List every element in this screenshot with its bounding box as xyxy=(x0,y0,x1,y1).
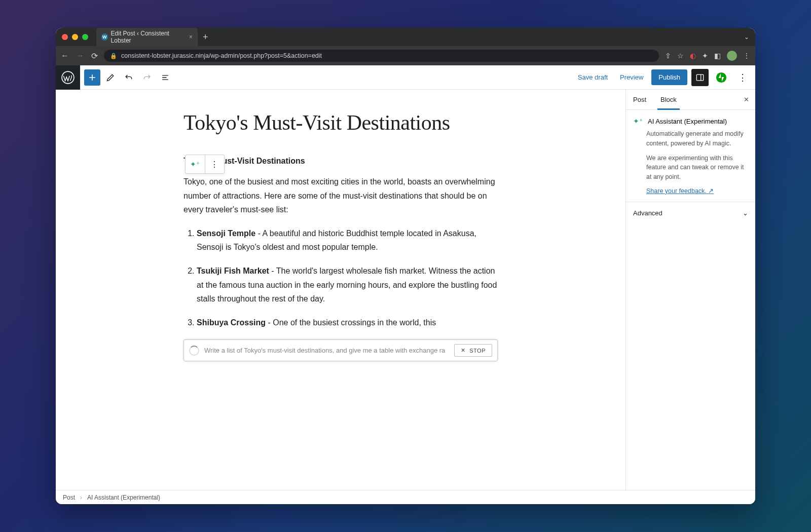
wordpress-favicon: W xyxy=(101,33,108,41)
block-desc-2: We are experimenting with this feature a… xyxy=(646,154,748,182)
tab-post[interactable]: Post xyxy=(626,90,653,109)
chevron-down-icon: ⌄ xyxy=(743,209,748,217)
undo-button[interactable] xyxy=(121,69,137,86)
external-link-icon: ↗ xyxy=(708,187,714,195)
close-icon: ✕ xyxy=(461,347,466,354)
back-button[interactable]: ← xyxy=(61,51,69,61)
bookmark-icon[interactable]: ☆ xyxy=(677,52,684,60)
browser-extensions: ⇪ ☆ ◐ ✦ ◧ ⋮ xyxy=(665,51,750,61)
more-options-button[interactable]: ⋮ xyxy=(734,72,751,83)
list-item: Tsukiji Fish Market - The world's larges… xyxy=(197,264,498,306)
edit-mode-button[interactable] xyxy=(102,69,119,86)
stop-label: STOP xyxy=(469,348,486,354)
destinations-list[interactable]: Sensoji Temple - A beautiful and histori… xyxy=(183,226,498,329)
ai-prompt-input[interactable] xyxy=(204,347,449,354)
list-item: Sensoji Temple - A beautiful and histori… xyxy=(197,226,498,254)
preview-button[interactable]: Preview xyxy=(616,70,647,84)
puzzle-icon[interactable]: ◧ xyxy=(714,52,721,60)
breadcrumb-block[interactable]: AI Assistant (Experimental) xyxy=(87,494,160,501)
spinner-icon xyxy=(189,346,199,356)
stop-button[interactable]: ✕ STOP xyxy=(454,344,492,357)
svg-point-2 xyxy=(716,72,726,82)
ai-sparkle-icon: ✦⁺ xyxy=(633,117,643,125)
minimize-window-icon[interactable] xyxy=(72,34,78,40)
extensions-menu-icon[interactable]: ✦ xyxy=(702,52,708,60)
close-window-icon[interactable] xyxy=(62,34,68,40)
redo-button[interactable] xyxy=(139,69,155,86)
block-panel-title: AI Assistant (Experimental) xyxy=(648,118,727,125)
url-field[interactable]: 🔒 consistent-lobster.jurassic.ninja/wp-a… xyxy=(104,50,659,62)
new-tab-button[interactable]: + xyxy=(203,32,208,43)
main-area: Tokyo's Must-Visit Destinations ✦⁺ ⋮ Tok… xyxy=(56,90,755,490)
nav-buttons: ← → ⟳ xyxy=(61,51,98,61)
close-sidebar-icon[interactable]: ✕ xyxy=(738,90,755,109)
ai-block-icon[interactable]: ✦⁺ xyxy=(186,155,205,173)
share-icon[interactable]: ⇪ xyxy=(665,52,671,60)
close-tab-icon[interactable]: × xyxy=(189,33,193,41)
tab-overflow-icon[interactable]: ⌄ xyxy=(744,33,749,41)
svg-rect-1 xyxy=(696,74,703,81)
profile-avatar[interactable] xyxy=(727,51,737,61)
add-block-button[interactable] xyxy=(84,69,100,86)
address-bar: ← → ⟳ 🔒 consistent-lobster.jurassic.ninj… xyxy=(56,46,755,65)
breadcrumb-separator: › xyxy=(80,494,82,501)
feedback-link[interactable]: Share your feedback. ↗ xyxy=(646,187,714,195)
list-item: Shibuya Crossing - One of the busiest cr… xyxy=(197,316,498,329)
titlebar: W Edit Post ‹ Consistent Lobster × + ⌄ xyxy=(56,28,755,46)
wordpress-logo[interactable] xyxy=(56,65,80,90)
publish-button[interactable]: Publish xyxy=(651,69,687,85)
editor-toolbar: Save draft Preview Publish ⋮ xyxy=(56,65,755,90)
advanced-label: Advanced xyxy=(633,209,662,217)
block-desc-1: Automatically generate and modify conten… xyxy=(646,129,748,148)
browser-tab[interactable]: W Edit Post ‹ Consistent Lobster × xyxy=(96,28,198,47)
post-title[interactable]: Tokyo's Must-Visit Destinations xyxy=(183,110,498,135)
block-more-icon[interactable]: ⋮ xyxy=(205,155,225,173)
menu-icon[interactable]: ⋮ xyxy=(743,52,750,60)
reload-button[interactable]: ⟳ xyxy=(91,51,98,61)
settings-sidebar-toggle[interactable] xyxy=(691,69,709,86)
block-info-panel: ✦⁺ AI Assistant (Experimental) Automatic… xyxy=(626,110,755,202)
forward-button[interactable]: → xyxy=(76,51,84,61)
save-draft-button[interactable]: Save draft xyxy=(574,70,612,84)
editor-canvas[interactable]: Tokyo's Must-Visit Destinations ✦⁺ ⋮ Tok… xyxy=(56,90,625,490)
jetpack-icon[interactable] xyxy=(713,69,730,86)
intro-paragraph[interactable]: Tokyo, one of the busiest and most excit… xyxy=(183,175,498,216)
extension-icon[interactable]: ◐ xyxy=(690,52,696,60)
tab-title: Edit Post ‹ Consistent Lobster xyxy=(111,30,183,44)
advanced-panel-toggle[interactable]: Advanced ⌄ xyxy=(626,202,755,224)
breadcrumb-post[interactable]: Post xyxy=(63,494,75,501)
browser-window: W Edit Post ‹ Consistent Lobster × + ⌄ ←… xyxy=(56,28,755,504)
document-outline-button[interactable] xyxy=(157,69,173,86)
sidebar-tabs: Post Block ✕ xyxy=(626,90,755,110)
maximize-window-icon[interactable] xyxy=(82,34,88,40)
ai-prompt-box: ✕ STOP xyxy=(183,339,498,361)
url-text: consistent-lobster.jurassic.ninja/wp-adm… xyxy=(121,52,322,59)
settings-sidebar: Post Block ✕ ✦⁺ AI Assistant (Experiment… xyxy=(625,90,755,490)
window-controls xyxy=(62,34,88,40)
lock-icon: 🔒 xyxy=(110,53,117,59)
block-toolbar: ✦⁺ ⋮ xyxy=(185,155,225,174)
tab-block[interactable]: Block xyxy=(653,90,684,109)
subheading[interactable]: Tokyo's Must-Visit Destinations xyxy=(183,157,498,166)
breadcrumb: Post › AI Assistant (Experimental) xyxy=(56,490,755,504)
